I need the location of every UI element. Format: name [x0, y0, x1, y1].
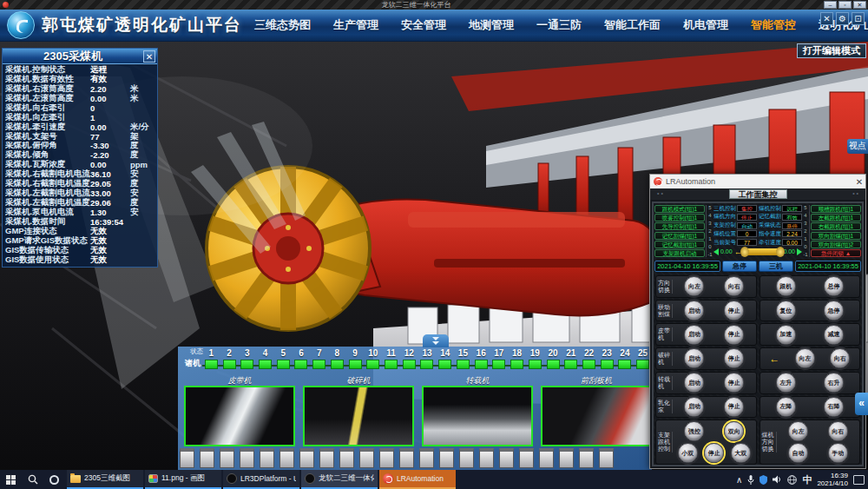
support-number: 2 [220, 348, 239, 358]
round-button-向右[interactable]: 向右 [724, 276, 744, 296]
taskbar-app-4[interactable]: 龙软二三维一体化... [301, 470, 378, 489]
round-button-向右[interactable]: 向右 [828, 421, 848, 441]
taskbar-app-3[interactable]: LR3DPlatform - U... [223, 470, 299, 489]
automation-mode-button-right-2[interactable]: 左截跟机(组)1 [811, 214, 861, 221]
round-button-启动[interactable]: 启动 [684, 301, 704, 320]
gear-icon[interactable]: ⚙ [836, 12, 849, 25]
machine-row-label: 采煤机.控制状态 [5, 65, 90, 75]
taskbar-app-2[interactable]: 11.png - 画图 [145, 470, 221, 489]
lrautomation-titlebar[interactable]: LRAutomation ✕ [650, 175, 865, 188]
round-button-停止[interactable]: 停止 [704, 443, 724, 463]
round-button-小双[interactable]: 小双 [678, 443, 698, 463]
nav-item-2[interactable]: 生产管理 [333, 17, 378, 33]
search-button[interactable] [22, 470, 43, 489]
automation-mode-button-right-3[interactable]: 右截跟机(组)1 [811, 222, 861, 230]
camera-thumbnail-4[interactable] [541, 386, 652, 446]
automation-mode-button-right-1[interactable]: 顺槽跟机(组)1 [811, 205, 861, 213]
tray-expand-chevron-icon[interactable]: ∧ [736, 475, 742, 485]
round-button-右降[interactable]: 右降 [824, 397, 844, 417]
automation-mode-button-left-5[interactable]: 记忆截割(组)1 [654, 241, 705, 248]
taskbar-app-5[interactable]: LRAutomation [379, 470, 456, 489]
camera-thumbnail-2[interactable] [303, 386, 414, 446]
round-button-左降[interactable]: 左降 [776, 397, 796, 417]
round-button-急停[interactable]: 急停 [824, 301, 844, 320]
support-plate-icon [399, 448, 414, 468]
support-plate-icon [599, 448, 614, 468]
task-view-button[interactable] [43, 470, 65, 489]
camera-cell: 转载机 [422, 375, 533, 446]
automation-mode-button-left-4[interactable]: 记忆割煤(组)1 [654, 232, 705, 240]
viewpoint-tab[interactable]: 视点 [847, 139, 868, 154]
microphone-icon[interactable] [747, 475, 754, 485]
minimize-button[interactable]: – [824, 1, 837, 9]
ime-indicator[interactable]: 中 [802, 473, 812, 486]
nav-item-3[interactable]: 安全管理 [401, 17, 446, 33]
round-button-双向[interactable]: 双向 [724, 421, 744, 441]
taskbar-app-1[interactable]: 2305三维截图 [67, 470, 143, 489]
round-button-大双[interactable]: 大双 [731, 443, 751, 463]
nav-item-8[interactable]: 智能管控 [751, 17, 796, 33]
support-number: 9 [346, 348, 365, 358]
close-button[interactable]: ✕ [853, 1, 866, 9]
folder-icon [70, 475, 81, 483]
window-titlebar: 龙软二三维一体化平台 – ▫ ✕ [0, 0, 868, 10]
estop-button[interactable]: 急停 [722, 261, 757, 272]
screen-mode-icon[interactable]: ⊡ [852, 12, 865, 25]
security-shield-icon[interactable] [760, 475, 767, 485]
round-button-启动[interactable]: 启动 [684, 373, 704, 393]
camera-thumbnail-3[interactable] [422, 386, 533, 446]
round-button-停止[interactable]: 停止 [724, 301, 744, 320]
round-button-停止[interactable]: 停止 [724, 325, 744, 345]
machine-row-value: 0.00 [90, 122, 130, 132]
round-button-向左[interactable]: 向左 [788, 421, 808, 441]
round-button-总停[interactable]: 总停 [824, 276, 844, 296]
round-button-启动[interactable]: 启动 [684, 397, 704, 417]
maximize-button[interactable]: ▫ [838, 1, 852, 9]
start-button[interactable] [0, 470, 22, 489]
round-button-启动[interactable]: 启动 [684, 348, 704, 368]
taskbar-clock[interactable]: 16:39 2021/4/10 [817, 472, 848, 487]
round-button-停止[interactable]: 停止 [724, 373, 744, 393]
support-status-green-icon [601, 360, 614, 369]
round-button-向右[interactable]: 向右 [830, 348, 850, 368]
nav-item-6[interactable]: 智能工作面 [604, 17, 661, 33]
round-button-停止[interactable]: 停止 [724, 348, 744, 368]
round-button-左升[interactable]: 左升 [776, 373, 796, 393]
lrautomation-close-icon[interactable]: ✕ [853, 177, 865, 187]
nav-item-5[interactable]: 一通三防 [536, 17, 582, 33]
round-button-停止[interactable]: 停止 [724, 397, 744, 417]
open-edit-mode-button[interactable]: 打开编辑模式 [797, 43, 866, 58]
round-button-向左[interactable]: 向左 [795, 348, 815, 368]
round-button-跟机[interactable]: 跟机 [776, 276, 796, 296]
nav-item-4[interactable]: 地测管理 [469, 17, 514, 33]
automation-mode-button-right-4[interactable]: 双向割煤(组)1 [811, 232, 861, 240]
nav-item-7[interactable]: 机电管理 [683, 17, 728, 33]
automation-mode-button-right-5[interactable]: 双向割煤(组)2 [811, 241, 861, 248]
round-button-强控[interactable]: 强控 [684, 421, 704, 441]
round-button-右升[interactable]: 右升 [824, 373, 844, 393]
machine-panel-close-icon[interactable]: ✕ [143, 50, 155, 63]
automation-mode-button-left-1[interactable]: 跟机模式(组)1 [654, 205, 705, 213]
notification-center-icon[interactable] [853, 475, 865, 485]
automation-mode-button-left-6[interactable]: 支架跟机启动 [654, 249, 705, 257]
strip-collapse-tab[interactable] [423, 334, 449, 347]
volume-icon[interactable] [773, 475, 782, 484]
automation-mode-button-left-3[interactable]: 先导控制(组)1 [654, 222, 705, 230]
round-button-自动[interactable]: 自动 [788, 443, 808, 463]
round-button-启动[interactable]: 启动 [684, 325, 704, 345]
camera-thumbnail-1[interactable] [184, 386, 295, 446]
network-globe-icon[interactable] [787, 475, 797, 485]
automation-mode-button-right-6[interactable]: 急停闭锁 ▲ [811, 249, 861, 257]
automation-mode-button-left-2[interactable]: 喷雾控制(组)1 [654, 214, 705, 221]
three-machine-button[interactable]: 三机 [759, 261, 793, 272]
round-button-手动[interactable]: 手动 [828, 443, 848, 463]
control-row-buttons: 加速减速 [762, 325, 858, 345]
round-button-减速[interactable]: 减速 [824, 325, 844, 345]
round-button-向左[interactable]: 向左 [684, 276, 704, 296]
panel-collapse-chevron-icon[interactable]: « [855, 393, 868, 415]
wrench-tool-icon[interactable]: ✕ [820, 12, 833, 25]
nav-item-1[interactable]: 三维态势图 [254, 17, 311, 33]
tab-workface-control[interactable]: 工作面集控 [729, 189, 787, 199]
round-button-复位[interactable]: 复位 [776, 301, 796, 320]
round-button-加速[interactable]: 加速 [776, 325, 796, 345]
